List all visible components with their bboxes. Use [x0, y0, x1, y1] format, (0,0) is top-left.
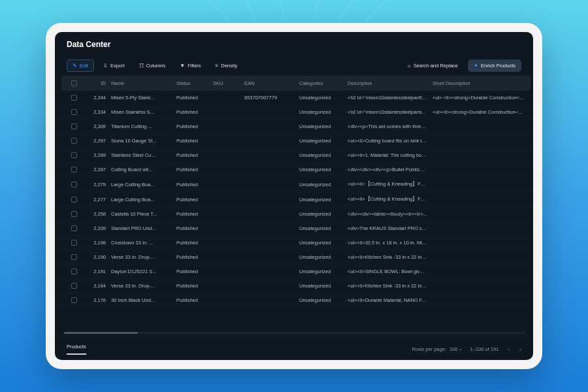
table-row[interactable]: 2,198Crosstown 33 In. ...PublishedUncate…	[61, 236, 531, 250]
edit-button[interactable]: ✎ Edit	[67, 59, 94, 72]
cell-id: 2,279	[82, 182, 108, 188]
table-row[interactable]: 2,287Cutting Board wit...PublishedUncate…	[61, 163, 531, 177]
cell-status: Published	[174, 254, 210, 260]
svg-line-2	[281, 0, 284, 18]
col-status[interactable]: Status	[174, 80, 210, 86]
cell-status: Published	[174, 269, 210, 274]
table-row[interactable]: 2,184Verse 33 In. Drop-...PublishedUncat…	[61, 279, 531, 293]
tab-products[interactable]: Products	[67, 344, 86, 355]
cell-name: 30 Inch Black Und...	[108, 297, 174, 303]
table-row[interactable]: 2,277Large Cutting Boa...PublishedUncate…	[61, 192, 531, 207]
next-page-button[interactable]: ›	[519, 346, 521, 353]
sparkle-icon: ✦	[474, 63, 478, 69]
prev-page-button[interactable]: ‹	[508, 346, 510, 353]
row-checkbox[interactable]	[71, 182, 77, 188]
cell-categories: Uncategorized	[297, 109, 345, 115]
row-checkbox[interactable]	[71, 138, 77, 144]
filters-button[interactable]: ▼ Filters	[174, 60, 206, 71]
row-checkbox[interactable]	[71, 95, 77, 101]
export-button[interactable]: ⇩ Export	[98, 60, 130, 71]
table-row[interactable]: 2,334Misen Stainless S...PublishedUncate…	[61, 105, 531, 120]
data-table: ID Name Status SKU EAN Categories Descri…	[55, 76, 533, 331]
cell-status: Published	[174, 182, 210, 188]
col-short-description[interactable]: Short Description	[430, 80, 528, 86]
cell-name: Large Cutting Boa...	[108, 182, 174, 188]
cell-status: Published	[174, 297, 210, 303]
row-checkbox[interactable]	[71, 152, 77, 158]
table-row[interactable]: 2,309Titanium Cutting ...PublishedUncate…	[61, 120, 531, 134]
col-sku[interactable]: SKU	[210, 80, 242, 86]
scrollbar-thumb[interactable]	[64, 332, 138, 334]
cell-id: 2,297	[82, 138, 108, 144]
search-replace-button[interactable]: ⌕ Search and Replace	[402, 59, 464, 72]
page-range: 1–100 of 191	[470, 346, 499, 352]
row-checkbox[interactable]	[71, 297, 77, 303]
cell-name: Cutting Board wit...	[108, 167, 174, 172]
svg-line-4	[340, 0, 353, 20]
col-ean[interactable]: EAN	[242, 80, 297, 86]
row-checkbox[interactable]	[71, 240, 77, 246]
search-replace-label: Search and Replace	[414, 63, 458, 69]
cell-description: <ul><li>32.5 in. x 18 in. x 10 in. Minim…	[345, 240, 430, 246]
svg-line-3	[314, 0, 319, 18]
table-row[interactable]: 2,17630 Inch Black Und...PublishedUncate…	[61, 293, 531, 308]
cell-description: <ul><li>Kitchen Sink -33 in x 22 in x 9-…	[345, 283, 430, 289]
tablet-frame: Data Center ✎ Edit ⇩ Export ☷ Columns ▼ …	[46, 23, 542, 369]
row-checkbox[interactable]	[71, 254, 77, 260]
cell-status: Published	[174, 152, 210, 158]
rows-per-page-label: Rows per page:	[412, 346, 446, 352]
col-name[interactable]: Name	[108, 80, 174, 86]
cell-description: <ul><li>【Cutting & Kneading】For ...	[345, 181, 430, 188]
chevron-down-icon: ▾	[459, 348, 461, 351]
row-checkbox[interactable]	[71, 283, 77, 289]
footer: Products Rows per page: 100 ▾ 1–100 of 1…	[55, 338, 533, 360]
cell-id: 2,176	[82, 297, 108, 303]
columns-button[interactable]: ☷ Columns	[134, 60, 171, 71]
row-checkbox[interactable]	[71, 109, 77, 115]
enrich-products-button[interactable]: ✦ Enrich Products	[468, 59, 521, 72]
cell-name: Verse 33 In. Drop-...	[108, 254, 174, 260]
table-row[interactable]: 2,191Dayton D125221 S...PublishedUncateg…	[61, 265, 531, 279]
cell-name: Verse 33 In. Drop-...	[108, 283, 174, 289]
cell-categories: Uncategorized	[297, 211, 345, 217]
row-checkbox[interactable]	[71, 225, 77, 231]
rows-per-page-select[interactable]: 100 ▾	[449, 346, 461, 352]
cell-categories: Uncategorized	[297, 182, 345, 188]
cell-description: <div><p>This set comes with three differ…	[345, 123, 430, 129]
cell-categories: Uncategorized	[297, 152, 345, 158]
cell-description: <ul><li>1. Material: The cutting board i…	[345, 152, 430, 158]
cell-status: Published	[174, 167, 210, 172]
col-categories[interactable]: Categories	[297, 80, 345, 86]
table-row[interactable]: 2,297Siona 16 Gauge St...PublishedUncate…	[61, 134, 531, 148]
cell-description: <h2 id="misen10stainlessteelpanstainle..…	[345, 109, 430, 115]
columns-label: Columns	[146, 63, 166, 69]
row-checkbox[interactable]	[71, 211, 77, 217]
cell-status: Published	[174, 95, 210, 101]
cell-name: Misen 5-Ply Stainl...	[108, 95, 174, 101]
select-all-checkbox[interactable]	[71, 80, 77, 86]
cell-categories: Uncategorized	[297, 123, 345, 129]
horizontal-scrollbar[interactable]	[64, 332, 525, 334]
table-row[interactable]: 2,344Misen 5-Ply Stainl...Published85370…	[61, 91, 531, 105]
col-description[interactable]: Description	[345, 80, 430, 86]
cell-categories: Uncategorized	[297, 254, 345, 260]
cell-categories: Uncategorized	[297, 167, 345, 172]
table-row[interactable]: 2,289Stainless Steel Cu...PublishedUncat…	[61, 148, 531, 163]
table-row[interactable]: 2,209Standart PRO Und...PublishedUncateg…	[61, 221, 531, 236]
cell-id: 2,309	[82, 123, 108, 129]
cell-description: <ul><li>Kitchen Sink -33 in x 22 in x 9-…	[345, 254, 430, 260]
cell-id: 2,209	[82, 225, 108, 231]
cell-categories: Uncategorized	[297, 225, 345, 231]
cell-status: Published	[174, 109, 210, 115]
row-checkbox[interactable]	[71, 269, 77, 274]
table-row[interactable]: 2,279Large Cutting Boa...PublishedUncate…	[61, 177, 531, 192]
row-checkbox[interactable]	[71, 123, 77, 129]
table-row[interactable]: 2,258Castella 10 Piece T...PublishedUnca…	[61, 207, 531, 221]
cell-categories: Uncategorized	[297, 297, 345, 303]
row-checkbox[interactable]	[71, 197, 77, 203]
col-id[interactable]: ID	[82, 80, 108, 86]
table-row[interactable]: 2,190Verse 33 In. Drop-...PublishedUncat…	[61, 250, 531, 265]
density-button[interactable]: ≡ Density	[210, 60, 243, 71]
cell-id: 2,277	[82, 197, 108, 203]
row-checkbox[interactable]	[71, 167, 77, 172]
